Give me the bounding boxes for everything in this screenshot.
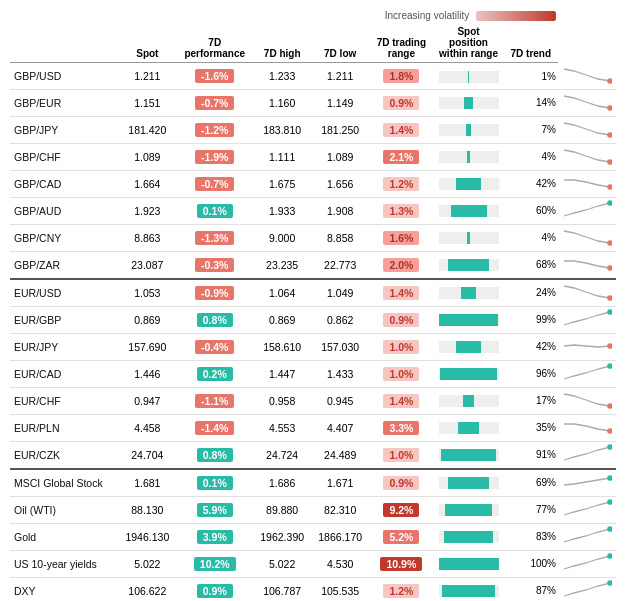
pair-name: GBP/USD [10,63,118,90]
spot-value: 0.947 [118,387,176,414]
spot-position-bar [434,224,504,251]
spot-value: 106.622 [118,577,176,601]
perf-value: 0.1% [176,469,253,497]
low-value: 8.858 [311,224,369,251]
range-value: 9.2% [369,496,433,523]
high-value: 1.233 [253,63,311,90]
svg-point-3 [607,159,612,165]
low-value: 181.250 [311,116,369,143]
low-value: 22.773 [311,251,369,279]
svg-point-19 [607,580,612,586]
low-value: 1.433 [311,360,369,387]
svg-point-16 [607,499,612,505]
spot-position-bar [434,577,504,601]
svg-point-7 [607,265,612,271]
low-value: 1.656 [311,170,369,197]
perf-value: -0.3% [176,251,253,279]
perf-value: 0.8% [176,441,253,469]
trend-sparkline [558,360,616,387]
col-low: 7D low [311,23,369,63]
perf-value: -1.1% [176,387,253,414]
pair-name: GBP/CAD [10,170,118,197]
pair-name: Gold [10,523,118,550]
trend-sparkline [558,143,616,170]
col-high: 7D high [253,23,311,63]
perf-value: 0.1% [176,197,253,224]
perf-value: -0.7% [176,170,253,197]
trend-pct: 100% [504,550,558,577]
trend-pct: 99% [504,306,558,333]
volatility-header: Increasing volatility [10,10,616,21]
pair-name: EUR/CAD [10,360,118,387]
trend-pct: 69% [504,469,558,497]
spot-value: 8.863 [118,224,176,251]
trend-sparkline [558,89,616,116]
spot-position-bar [434,550,504,577]
high-value: 5.022 [253,550,311,577]
col-perf: 7Dperformance [176,23,253,63]
svg-point-4 [607,184,612,190]
trend-sparkline [558,496,616,523]
range-value: 1.6% [369,224,433,251]
high-value: 158.610 [253,333,311,360]
col-range: 7D tradingrange [369,23,433,63]
high-value: 1.064 [253,279,311,307]
low-value: 1.149 [311,89,369,116]
range-value: 0.9% [369,469,433,497]
pair-name: EUR/GBP [10,306,118,333]
range-value: 1.4% [369,387,433,414]
trend-sparkline [558,306,616,333]
trend-pct: 17% [504,387,558,414]
spot-position-bar [434,197,504,224]
perf-value: -1.9% [176,143,253,170]
trend-pct: 68% [504,251,558,279]
spot-value: 24.704 [118,441,176,469]
trend-pct: 1% [504,63,558,90]
trend-sparkline [558,469,616,497]
spot-value: 1.446 [118,360,176,387]
low-value: 4.530 [311,550,369,577]
pair-name: GBP/AUD [10,197,118,224]
col-trend: 7D trend [504,23,558,63]
spot-value: 1.664 [118,170,176,197]
spot-position-bar [434,116,504,143]
spot-position-bar [434,496,504,523]
trend-sparkline [558,523,616,550]
trend-pct: 14% [504,89,558,116]
range-value: 1.3% [369,197,433,224]
perf-value: 10.2% [176,550,253,577]
trend-pct: 91% [504,441,558,469]
svg-point-0 [607,78,612,84]
pair-name: EUR/CHF [10,387,118,414]
spot-position-bar [434,170,504,197]
trend-pct: 7% [504,116,558,143]
range-value: 0.9% [369,89,433,116]
range-value: 1.2% [369,577,433,601]
high-value: 1.675 [253,170,311,197]
pair-name: EUR/PLN [10,414,118,441]
perf-value: -0.7% [176,89,253,116]
high-value: 23.235 [253,251,311,279]
range-value: 1.8% [369,63,433,90]
perf-value: 0.8% [176,306,253,333]
low-value: 82.310 [311,496,369,523]
trend-pct: 60% [504,197,558,224]
svg-point-2 [607,132,612,138]
high-value: 1.111 [253,143,311,170]
high-value: 89.880 [253,496,311,523]
spot-value: 1.151 [118,89,176,116]
svg-point-18 [607,553,612,559]
trend-pct: 87% [504,577,558,601]
high-value: 1962.390 [253,523,311,550]
trend-pct: 4% [504,224,558,251]
perf-value: 0.9% [176,577,253,601]
high-value: 1.447 [253,360,311,387]
perf-value: -0.4% [176,333,253,360]
svg-point-12 [607,403,612,409]
perf-value: -1.2% [176,116,253,143]
spot-value: 23.087 [118,251,176,279]
high-value: 0.958 [253,387,311,414]
range-value: 1.4% [369,116,433,143]
trend-pct: 96% [504,360,558,387]
pair-name: EUR/CZK [10,441,118,469]
